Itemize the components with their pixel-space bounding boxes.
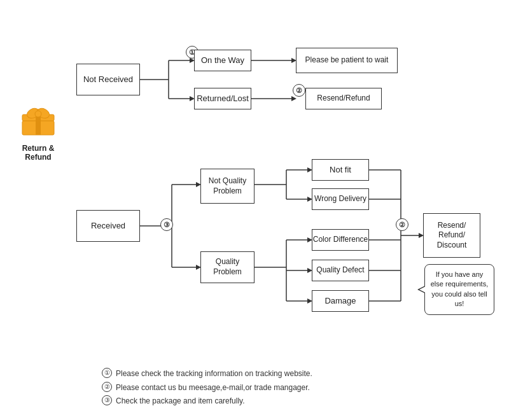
box-not-fit: Not fit [312, 159, 369, 181]
box-resend-refund-discount: Resend/ Refund/ Discount [423, 213, 480, 258]
box-quality-problem: Quality Problem [200, 251, 254, 283]
box-damage: Damage [312, 290, 369, 312]
note-circle-3: ③ [102, 395, 112, 405]
box-wrong-delivery: Wrong Delivery [312, 188, 369, 210]
footer-notes: ① Please check the tracking information … [102, 367, 312, 409]
box-please-patient: Please be patient to wait [296, 48, 398, 73]
page-container: Return & Refund [0, 0, 509, 420]
note-item-2: ② Please contact us bu meesage,e-mail,or… [102, 381, 312, 395]
note-text-2: Please contact us bu meesage,e-mail,or t… [116, 381, 310, 395]
note-text-3: Check the package and item carefully. [116, 395, 245, 409]
box-received: Received [76, 210, 140, 242]
box-on-the-way: On the Way [194, 50, 251, 71]
badge-two-bottom: ② [396, 218, 408, 231]
icon-label: Return & Refund [13, 144, 64, 162]
svg-point-5 [35, 111, 41, 117]
note-circle-1: ① [102, 368, 112, 378]
note-circle-2: ② [102, 382, 112, 392]
note-item-3: ③ Check the package and item carefully. [102, 395, 312, 409]
box-not-quality-problem: Not Quality Problem [200, 169, 254, 204]
speech-bubble: If you have any else requirements, you c… [424, 264, 494, 315]
note-item-1: ① Please check the tracking information … [102, 367, 312, 381]
box-returned-lost: Returned/Lost [194, 88, 251, 109]
gift-icon [19, 102, 57, 140]
box-color-difference: Color Difference [312, 229, 369, 251]
box-resend-refund-top: Resend/Refund [305, 88, 382, 109]
icon-area: Return & Refund [13, 102, 64, 162]
box-not-received: Not Received [76, 64, 140, 95]
note-text-1: Please check the tracking information on… [116, 367, 312, 381]
badge-two-top: ② [293, 84, 305, 97]
flowchart: Not Received Received ① On the Way Retur… [64, 13, 496, 382]
box-quality-defect: Quality Defect [312, 260, 369, 281]
svg-marker-15 [291, 96, 296, 101]
svg-rect-2 [36, 115, 41, 135]
badge-three: ③ [160, 218, 173, 231]
